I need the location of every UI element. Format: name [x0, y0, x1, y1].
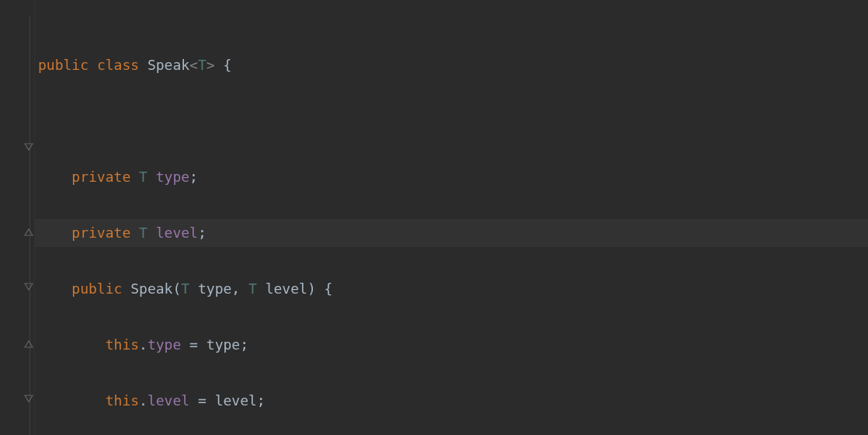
semicolon: ; — [189, 169, 198, 185]
field-name: type — [148, 336, 181, 353]
field-name: level — [148, 392, 189, 409]
equals: = — [189, 336, 198, 353]
angle-bracket: > — [207, 57, 215, 73]
fold-guide-line — [30, 16, 30, 435]
code-line: private T type; — [35, 163, 868, 191]
keyword: public — [71, 280, 122, 297]
code-line-blank — [35, 107, 868, 135]
fold-marker-icon[interactable] — [23, 394, 34, 405]
keyword: class — [97, 57, 139, 73]
constructor-name: Speak — [130, 280, 172, 297]
semicolon: ; — [257, 392, 266, 409]
class-name: Speak — [148, 57, 189, 73]
semicolon: ; — [198, 224, 207, 241]
dot: . — [139, 336, 148, 353]
type-parameter: T — [139, 169, 148, 185]
type-parameter: T — [181, 280, 189, 297]
type-parameter: T — [248, 280, 257, 297]
comma: , — [231, 280, 240, 297]
fold-marker-icon[interactable] — [23, 338, 34, 349]
param: level — [215, 392, 257, 409]
keyword: private — [71, 169, 130, 185]
param: type — [198, 280, 231, 297]
fold-marker-icon[interactable] — [23, 282, 34, 293]
keyword: public — [38, 57, 89, 73]
field-name: level — [156, 224, 198, 241]
type-parameter: T — [139, 224, 148, 241]
angle-bracket: < — [189, 57, 198, 73]
code-line: public class Speak<T> { — [35, 51, 868, 79]
keyword-this: this — [106, 336, 139, 353]
paren: ) — [307, 280, 316, 297]
code-line: this.type = type; — [35, 331, 868, 359]
editor-gutter — [0, 0, 35, 435]
dot: . — [139, 392, 148, 409]
type-parameter: T — [198, 57, 207, 73]
brace: { — [325, 280, 333, 297]
brace: { — [223, 57, 231, 73]
code-line: public Speak(T type, T level) { — [35, 275, 868, 303]
code-line-current: private T level; — [35, 219, 868, 247]
paren: ( — [172, 280, 181, 297]
semicolon: ; — [240, 336, 248, 353]
keyword-this: this — [106, 392, 139, 409]
param: level — [266, 280, 307, 297]
field-name: type — [156, 169, 189, 185]
param: type — [207, 336, 240, 353]
code-editor[interactable]: public class Speak<T> { private T type; … — [35, 0, 868, 435]
code-line: this.level = level; — [35, 387, 868, 415]
fold-marker-icon[interactable] — [23, 226, 34, 237]
keyword: private — [71, 224, 130, 241]
equals: = — [198, 392, 207, 409]
fold-marker-icon[interactable] — [23, 142, 34, 153]
